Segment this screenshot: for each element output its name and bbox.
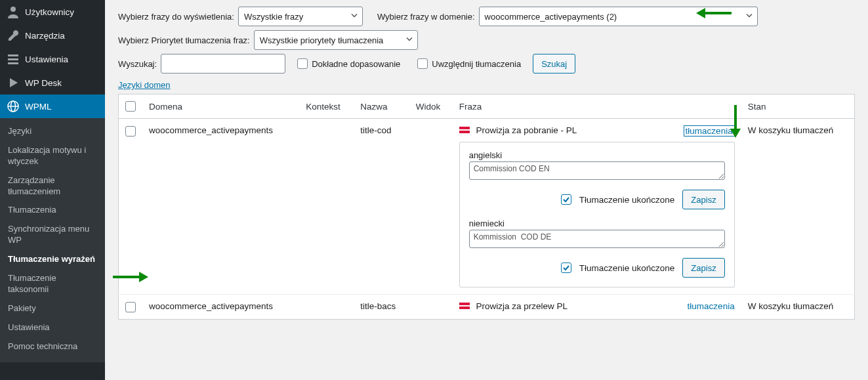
col-nazwa[interactable]: Nazwa bbox=[354, 95, 409, 119]
sidebar-item-label: Narzędzia bbox=[25, 31, 65, 41]
cell-fraza: Prowizja za pobranie - PL tłumaczenia an… bbox=[453, 119, 741, 295]
cell-nazwa: title-cod bbox=[354, 119, 409, 295]
lang-domains-link[interactable]: Języki domen bbox=[118, 80, 170, 90]
select-value: woocommerce_activepayments (2) bbox=[485, 12, 617, 22]
checkbox-exact-match[interactable] bbox=[297, 58, 308, 69]
cell-domena: woocommerce_activepayments bbox=[142, 119, 299, 295]
translations-panel: angielski Commission COD EN Tłumaczenie … bbox=[459, 142, 735, 287]
complete-label: Tłumaczenie ukończone bbox=[579, 263, 675, 273]
fraza-text: Prowizja za przelew PL bbox=[476, 301, 568, 311]
include-translations-label: Uwzględnij tłumaczenia bbox=[432, 59, 521, 69]
submenu-item-translations[interactable]: Tłumaczenia bbox=[0, 201, 105, 220]
strings-table: Domena Kontekst Nazwa Widok Fraza Stan w… bbox=[118, 94, 855, 320]
cell-widok bbox=[409, 295, 453, 319]
exact-match-label: Dokładne dopasowanie bbox=[312, 59, 400, 69]
annotation-arrow-translations bbox=[730, 105, 741, 138]
wrench-icon bbox=[7, 29, 20, 42]
chevron-down-icon bbox=[350, 12, 358, 22]
sidebar-item-settings[interactable]: Ustawienia bbox=[0, 47, 105, 71]
checkbox-include-translations[interactable] bbox=[417, 58, 428, 69]
table-row: woocommerce_activepayments title-cod Pro… bbox=[119, 119, 855, 295]
submenu-item-theme-localization[interactable]: Lokalizacja motywu i wtyczek bbox=[0, 141, 105, 171]
cell-widok bbox=[409, 119, 453, 295]
checkbox-select-all[interactable] bbox=[125, 101, 136, 112]
cell-kontekst bbox=[299, 119, 354, 295]
select-value: Wszystkie frazy bbox=[244, 12, 303, 22]
search-input[interactable] bbox=[161, 54, 285, 74]
cell-stan: W koszyku tłumaczeń bbox=[741, 295, 855, 319]
svg-rect-3 bbox=[8, 62, 18, 64]
save-button-en[interactable]: Zapisz bbox=[682, 190, 724, 209]
filter-domain-label: Wybierz frazy w domenie: bbox=[377, 12, 475, 22]
sidebar-item-users[interactable]: Użytkownicy bbox=[0, 0, 105, 24]
sidebar-submenu: Języki Lokalizacja motywu i wtyczek Zarz… bbox=[0, 118, 105, 362]
play-icon bbox=[7, 76, 20, 89]
sliders-icon bbox=[7, 53, 20, 66]
search-button[interactable]: Szukaj bbox=[533, 54, 575, 74]
checkbox-row[interactable] bbox=[125, 302, 136, 312]
submenu-item-packages[interactable]: Pakiety bbox=[0, 299, 105, 318]
translation-input-de[interactable]: Kommission COD DE bbox=[469, 230, 725, 248]
translations-toggle[interactable]: tłumaczenia bbox=[684, 125, 735, 137]
globe-icon bbox=[7, 100, 20, 113]
annotation-arrow-domain bbox=[696, 8, 732, 18]
lang-label-en: angielski bbox=[469, 150, 725, 160]
sidebar-item-wpdesk[interactable]: WP Desk bbox=[0, 71, 105, 95]
save-button-de[interactable]: Zapisz bbox=[682, 258, 724, 278]
submenu-item-taxonomy-translation[interactable]: Tłumaczenie taksonomii bbox=[0, 269, 105, 299]
select-display-phrases[interactable]: Wszystkie frazy bbox=[238, 7, 363, 26]
submenu-item-menu-sync[interactable]: Synchronizacja menu WP bbox=[0, 220, 105, 250]
search-label: Wyszukaj: bbox=[118, 59, 157, 69]
sidebar-item-label: WP Desk bbox=[25, 78, 62, 88]
col-widok[interactable]: Widok bbox=[409, 95, 453, 119]
submenu-item-string-translation[interactable]: Tłumaczenie wyrażeń bbox=[0, 250, 105, 269]
sidebar-item-label: Ustawienia bbox=[25, 54, 68, 64]
filter-priority-label: Wybierz Priorytet tłumaczenia fraz: bbox=[118, 35, 250, 45]
sidebar-item-label: WPML bbox=[25, 102, 52, 112]
col-fraza[interactable]: Fraza bbox=[453, 95, 741, 119]
sidebar-item-label: Użytkownicy bbox=[25, 7, 74, 17]
annotation-arrow-submenu bbox=[113, 272, 148, 282]
main-content: Wybierz frazy do wyświetlenia: Wszystkie… bbox=[105, 0, 868, 380]
sidebar-item-tools[interactable]: Narzędzia bbox=[0, 24, 105, 47]
svg-point-0 bbox=[10, 7, 16, 12]
col-kontekst[interactable]: Kontekst bbox=[299, 95, 354, 119]
fraza-text: Prowizja za pobranie - PL bbox=[476, 125, 577, 135]
cell-domena: woocommerce_activepayments bbox=[142, 295, 299, 319]
checkbox-row[interactable] bbox=[125, 126, 136, 137]
filter-display-label: Wybierz frazy do wyświetlenia: bbox=[118, 12, 234, 22]
submenu-item-translation-management[interactable]: Zarządzanie tłumaczeniem bbox=[0, 171, 105, 201]
col-domena[interactable]: Domena bbox=[142, 95, 299, 119]
sidebar-item-wpml[interactable]: WPML bbox=[0, 95, 105, 118]
chevron-down-icon bbox=[405, 35, 413, 45]
flag-pl-icon bbox=[459, 303, 470, 309]
svg-rect-1 bbox=[8, 54, 18, 56]
select-value: Wszystkie priorytety tłumaczenia bbox=[260, 35, 384, 45]
submenu-item-support[interactable]: Pomoc techniczna bbox=[0, 337, 105, 356]
admin-sidebar: Użytkownicy Narzędzia Ustawienia WP Desk… bbox=[0, 0, 105, 380]
cell-fraza: Prowizja za przelew PL tłumaczenia bbox=[453, 295, 741, 319]
user-icon bbox=[7, 5, 20, 18]
checkbox-complete-en[interactable] bbox=[561, 194, 571, 205]
translations-toggle[interactable]: tłumaczenia bbox=[688, 301, 735, 311]
filters: Wybierz frazy do wyświetlenia: Wszystkie… bbox=[118, 7, 855, 90]
col-stan[interactable]: Stan bbox=[741, 95, 855, 119]
table-row: woocommerce_activepayments title-bacs Pr… bbox=[119, 295, 855, 319]
checkbox-complete-de[interactable] bbox=[561, 263, 571, 273]
cell-nazwa: title-bacs bbox=[354, 295, 409, 319]
lang-label-de: niemiecki bbox=[469, 219, 725, 228]
submenu-item-languages[interactable]: Języki bbox=[0, 122, 105, 141]
select-priority[interactable]: Wszystkie priorytety tłumaczenia bbox=[254, 30, 418, 50]
cell-kontekst bbox=[299, 295, 354, 319]
cell-stan: W koszyku tłumaczeń bbox=[741, 119, 855, 295]
flag-pl-icon bbox=[459, 127, 470, 133]
translation-input-en[interactable]: Commission COD EN bbox=[469, 161, 725, 180]
complete-label: Tłumaczenie ukończone bbox=[579, 195, 675, 205]
chevron-down-icon bbox=[745, 12, 753, 22]
submenu-item-settings[interactable]: Ustawienia bbox=[0, 318, 105, 337]
svg-rect-2 bbox=[8, 58, 18, 60]
